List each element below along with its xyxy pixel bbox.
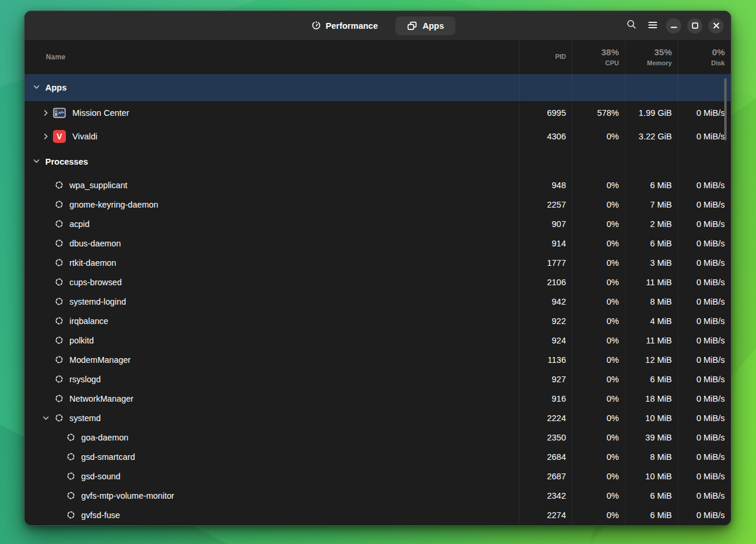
chevron-down-icon[interactable] — [33, 156, 40, 167]
titlebar[interactable]: Performance Apps — [25, 11, 731, 40]
view-switcher: Performance Apps — [300, 16, 456, 35]
pid-value: 914 — [519, 233, 572, 253]
stacked-windows-icon — [407, 21, 417, 31]
process-icon — [66, 510, 76, 520]
process-row[interactable]: rsyslogd9270%6 MiB0 MiB/s — [25, 369, 731, 389]
chevron-down-icon[interactable] — [33, 82, 40, 93]
tab-performance[interactable]: Performance — [300, 16, 390, 35]
pid-value: 2106 — [519, 272, 572, 292]
cpu-value: 0% — [572, 505, 625, 525]
process-icon — [66, 432, 76, 442]
process-row[interactable]: wpa_supplicant9480%6 MiB0 MiB/s — [25, 175, 731, 195]
process-icon — [54, 413, 64, 423]
process-name-cell: wpa_supplicant — [25, 175, 519, 195]
process-row[interactable]: gsd-smartcard26840%8 MiB0 MiB/s — [25, 447, 731, 466]
process-icon — [54, 393, 64, 403]
pid-value: 942 — [519, 292, 572, 311]
close-button[interactable] — [708, 18, 724, 34]
disk-value: 0 MiB/s — [678, 175, 731, 195]
process-row[interactable]: gnome-keyring-daemon22570%7 MiB0 MiB/s — [25, 195, 731, 214]
column-header-pid[interactable]: PID — [519, 40, 572, 74]
cpu-value: 0% — [572, 214, 625, 233]
process-row[interactable]: ModemManager11360%12 MiB0 MiB/s — [25, 350, 731, 369]
process-row[interactable]: NetworkManager9160%18 MiB0 MiB/s — [25, 389, 731, 408]
process-name-cell: gsd-sound — [25, 466, 519, 486]
pid-value: 924 — [519, 331, 572, 350]
pid-value: 907 — [519, 214, 572, 233]
process-name-cell: cups-browsed — [25, 272, 519, 292]
process-row[interactable]: gsd-sound26870%10 MiB0 MiB/s — [25, 466, 731, 486]
process-name-cell: dbus-daemon — [25, 233, 519, 253]
tab-apps[interactable]: Apps — [395, 16, 455, 35]
pid-value: 948 — [519, 175, 572, 195]
minimize-icon — [671, 21, 677, 31]
column-header-disk[interactable]: 0% Disk — [678, 40, 731, 74]
disk-value: 0 MiB/s — [678, 311, 731, 331]
cpu-value: 0% — [572, 253, 625, 272]
pid-value: 916 — [519, 389, 572, 408]
process-row[interactable]: dbus-daemon9140%6 MiB0 MiB/s — [25, 233, 731, 253]
process-name-cell: gvfs-mtp-volume-monitor — [25, 486, 519, 505]
close-icon — [713, 21, 720, 31]
process-name-cell: gvfsd-fuse — [25, 505, 519, 525]
memory-value: 6 MiB — [625, 505, 678, 525]
minimize-button[interactable] — [666, 18, 681, 34]
process-name: NetworkManager — [69, 394, 134, 403]
process-icon — [66, 471, 76, 481]
process-row[interactable]: gvfs-mtp-volume-monitor23420%6 MiB0 MiB/… — [25, 486, 731, 505]
process-name-cell: NetworkManager — [25, 389, 519, 408]
memory-value: 10 MiB — [625, 408, 678, 428]
process-row[interactable]: rtkit-daemon17770%3 MiB0 MiB/s — [25, 253, 731, 272]
memory-total-stat: 35% — [654, 46, 672, 59]
maximize-icon — [692, 21, 698, 31]
process-row[interactable]: cups-browsed21060%11 MiB0 MiB/s — [25, 272, 731, 292]
menu-button[interactable] — [645, 18, 660, 34]
process-icon — [54, 296, 64, 306]
disk-value — [678, 74, 731, 101]
process-row[interactable]: systemd-logind9420%8 MiB0 MiB/s — [25, 292, 731, 311]
process-name: gvfs-mtp-volume-monitor — [81, 491, 174, 500]
disk-value: 0 MiB/s — [678, 272, 731, 292]
cpu-value: 0% — [572, 466, 625, 486]
process-name: systemd — [69, 413, 101, 423]
section-header-row[interactable]: Processes — [25, 148, 731, 175]
process-name-cell: rsyslogd — [25, 369, 519, 389]
cpu-value: 0% — [572, 311, 625, 331]
memory-value — [625, 74, 678, 101]
column-header-memory[interactable]: 35% Memory — [625, 40, 678, 74]
process-row[interactable]: goa-daemon23500%39 MiB0 MiB/s — [25, 428, 731, 447]
app-row[interactable]: Mission Center6995578%1.99 GiB0 MiB/s — [25, 101, 731, 125]
memory-value: 7 MiB — [625, 195, 678, 214]
chevron-right-icon[interactable] — [42, 133, 53, 140]
disk-value: 0 MiB/s — [678, 331, 731, 350]
chevron-right-icon[interactable] — [42, 109, 53, 116]
process-icon — [66, 490, 76, 500]
process-name: cups-browsed — [69, 278, 122, 287]
process-name-cell: gsd-smartcard — [25, 447, 519, 466]
process-row[interactable]: acpid9070%2 MiB0 MiB/s — [25, 214, 731, 233]
app-row[interactable]: VVivaldi43060%3.22 GiB0 MiB/s — [25, 125, 731, 148]
vertical-scrollbar[interactable] — [724, 78, 727, 141]
process-name-cell: gnome-keyring-daemon — [25, 195, 519, 214]
memory-value: 39 MiB — [625, 428, 678, 447]
process-row[interactable]: irqbalance9220%4 MiB0 MiB/s — [25, 311, 731, 331]
column-header-name[interactable]: Name — [25, 40, 519, 74]
process-row[interactable]: gvfsd-fuse22740%6 MiB0 MiB/s — [25, 505, 731, 525]
column-header-cpu[interactable]: 38% CPU — [572, 40, 625, 74]
process-row[interactable]: systemd22240%10 MiB0 MiB/s — [25, 408, 731, 428]
cpu-value: 0% — [572, 233, 625, 253]
app-name-cell: VVivaldi — [25, 125, 519, 148]
section-header-row[interactable]: Apps — [25, 74, 731, 101]
mission-center-window: Performance Apps — [24, 11, 731, 526]
cpu-value: 0% — [572, 408, 625, 428]
process-icon — [54, 316, 64, 326]
maximize-button[interactable] — [687, 18, 702, 34]
process-row[interactable]: polkitd9240%11 MiB0 MiB/s — [25, 331, 731, 350]
chevron-down-icon[interactable] — [42, 415, 54, 422]
cpu-value: 0% — [572, 272, 625, 292]
process-icon — [54, 374, 64, 384]
cpu-value: 0% — [572, 350, 625, 369]
search-button[interactable] — [624, 18, 639, 34]
cpu-value: 0% — [572, 175, 625, 195]
memory-value: 8 MiB — [625, 292, 678, 311]
